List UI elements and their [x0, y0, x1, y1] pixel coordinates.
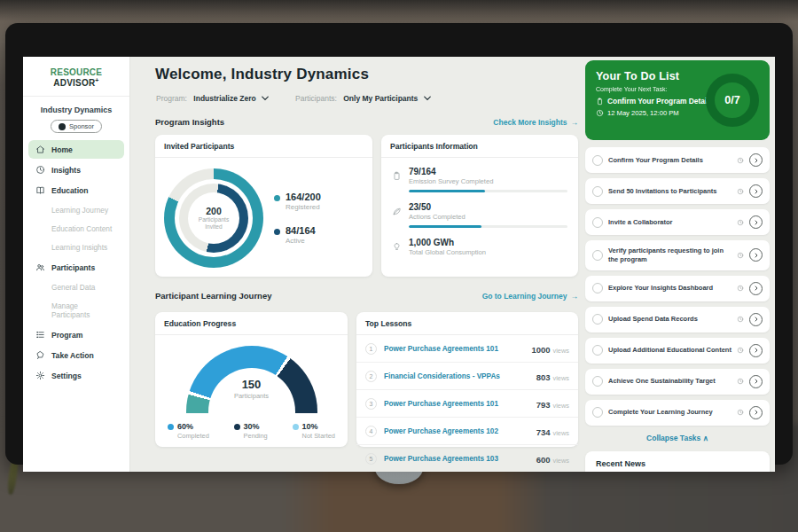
- sidebar-item-label: Insights: [51, 166, 81, 175]
- lesson-views-suffix: views: [553, 402, 569, 410]
- legend-item-pending: 30% Pending: [234, 422, 268, 440]
- lesson-rank: 3: [365, 398, 377, 410]
- invited-participants-donut-chart: 200 Participants Invited: [164, 168, 263, 268]
- task-clock-icon: [737, 157, 744, 164]
- participants-filter[interactable]: Participants: Only My Participants: [295, 94, 431, 103]
- task-checkbox[interactable]: [592, 314, 603, 325]
- settings-icon: [35, 371, 45, 380]
- task-checkbox[interactable]: [592, 283, 603, 293]
- lesson-link[interactable]: Financial Considerations - VPPAs: [384, 372, 529, 380]
- task-row[interactable]: Upload Spend Data Records: [585, 307, 770, 332]
- donut-legend: 164/200 Registered 84/164 Active: [274, 192, 321, 245]
- sponsor-badge-icon: [59, 123, 66, 130]
- legend-item-completed: 60% Completed: [168, 422, 209, 440]
- legend-label: Completed: [177, 432, 209, 440]
- task-checkbox[interactable]: [592, 186, 603, 197]
- participants-filter-value[interactable]: Only My Participants: [343, 94, 418, 103]
- chevron-down-icon: [262, 96, 269, 101]
- program-icon: [35, 330, 45, 340]
- sidebar-item-education[interactable]: Education: [28, 181, 124, 200]
- legend-value: 164/200: [286, 192, 321, 202]
- task-checkbox[interactable]: [592, 376, 603, 387]
- take-action-icon: [35, 350, 45, 360]
- task-go-button[interactable]: [749, 375, 763, 388]
- task-row[interactable]: Confirm Your Program Details: [585, 147, 770, 173]
- sidebar-item-home[interactable]: Home: [28, 140, 124, 159]
- sidebar-item-education-content[interactable]: Education Content: [28, 220, 124, 238]
- task-checkbox[interactable]: [592, 250, 603, 261]
- sidebar-item-label: Take Action: [51, 351, 94, 360]
- sidebar-item-insights[interactable]: Insights: [28, 160, 124, 179]
- stat-value: 79/164: [409, 167, 567, 176]
- lesson-row: 2 Financial Considerations - VPPAs 803vi…: [356, 363, 578, 390]
- task-label: Achieve One Sustainability Target: [608, 377, 732, 386]
- leaf-icon: [392, 207, 402, 216]
- sidebar-item-take-action[interactable]: Take Action: [28, 346, 124, 364]
- sidebar-item-label: Learning Journey: [51, 206, 108, 215]
- org-name: Industry Dynamics: [23, 106, 129, 114]
- program-filter-label: Program:: [156, 94, 187, 103]
- sidebar-item-program[interactable]: Program: [28, 325, 124, 344]
- task-go-button[interactable]: [749, 406, 763, 419]
- lesson-row: 3 Power Purchase Agreements 101 793views: [356, 390, 578, 418]
- legend-dot-lightblue: [293, 424, 299, 430]
- task-label: Verify participants requesting to join t…: [608, 246, 732, 264]
- task-checkbox[interactable]: [592, 155, 603, 166]
- stat-label: Total Global Consumption: [409, 248, 567, 256]
- check-more-insights-link[interactable]: Check More Insights →: [493, 118, 578, 127]
- lesson-link[interactable]: Power Purchase Agreements 101: [384, 345, 524, 353]
- sidebar-item-label: Learning Insights: [51, 243, 107, 252]
- lesson-views: 1000: [531, 345, 550, 355]
- task-go-button[interactable]: [749, 248, 763, 262]
- lesson-link[interactable]: Power Purchase Agreements 103: [384, 455, 529, 463]
- program-filter-value[interactable]: Industrialize Zero: [193, 94, 255, 103]
- card-title: Invited Participants: [155, 135, 372, 158]
- task-label: Upload Spend Data Records: [608, 315, 732, 324]
- go-to-learning-journey-link[interactable]: Go to Learning Journey →: [482, 292, 578, 301]
- sidebar-item-learning-journey[interactable]: Learning Journey: [28, 201, 124, 219]
- task-clock-icon: [737, 347, 744, 354]
- task-clock-icon: [737, 219, 744, 226]
- arrow-right-icon: →: [571, 292, 579, 301]
- sidebar: RESOURCE ADVISOR+ Industry Dynamics Spon…: [23, 57, 130, 472]
- lesson-link[interactable]: Power Purchase Agreements 101: [384, 400, 529, 408]
- task-row[interactable]: Verify participants requesting to join t…: [585, 240, 770, 270]
- sidebar-item-settings[interactable]: Settings: [28, 366, 124, 385]
- sidebar-item-general-data[interactable]: General Data: [28, 278, 124, 296]
- card-title: Top Lessons: [356, 312, 578, 335]
- sidebar-item-label: Participants: [51, 263, 95, 272]
- legend-label: Pending: [244, 432, 268, 440]
- sidebar-item-label: Education: [51, 186, 89, 195]
- task-label: Upload Additional Educational Content: [608, 346, 732, 355]
- sidebar-item-label: Program: [51, 331, 82, 340]
- task-checkbox[interactable]: [592, 407, 603, 418]
- task-checkbox[interactable]: [592, 345, 603, 356]
- program-filter[interactable]: Program: Industrialize Zero: [156, 94, 269, 103]
- task-checkbox[interactable]: [592, 217, 603, 228]
- task-go-button[interactable]: [749, 282, 763, 295]
- task-row[interactable]: Explore Your Insights Dashboard: [585, 276, 770, 301]
- task-row[interactable]: Achieve One Sustainability Target: [585, 369, 770, 395]
- page-title: Welcome, Industry Dynamics: [155, 66, 369, 83]
- sponsor-badge-label: Sponsor: [69, 122, 94, 130]
- card-title: Participants Information: [381, 135, 578, 158]
- task-go-button[interactable]: [749, 153, 763, 167]
- lesson-rank: 1: [365, 343, 377, 355]
- collapse-tasks-link[interactable]: Collapse Tasks ∧: [585, 434, 770, 442]
- task-go-button[interactable]: [749, 215, 763, 229]
- task-row[interactable]: Upload Additional Educational Content: [585, 338, 770, 364]
- sidebar-item-manage-participants[interactable]: Manage Participants: [28, 297, 124, 324]
- task-go-button[interactable]: [749, 184, 763, 198]
- sidebar-item-participants[interactable]: Participants: [28, 258, 124, 277]
- task-row[interactable]: Complete Your Learning Journey: [585, 400, 770, 426]
- sidebar-item-learning-insights[interactable]: Learning Insights: [28, 239, 124, 256]
- todo-progress-ring: 0/7: [706, 74, 759, 127]
- lesson-link[interactable]: Power Purchase Agreements 102: [384, 427, 529, 435]
- legend-label: Not Started: [302, 432, 335, 440]
- task-row[interactable]: Send 50 Invitations to Participants: [585, 178, 770, 204]
- sidebar-item-label: Settings: [51, 372, 82, 380]
- task-go-button[interactable]: [749, 313, 763, 326]
- todo-progress-value: 0/7: [724, 94, 739, 106]
- task-go-button[interactable]: [749, 344, 763, 357]
- task-row[interactable]: Invite a Collaborator: [585, 209, 770, 235]
